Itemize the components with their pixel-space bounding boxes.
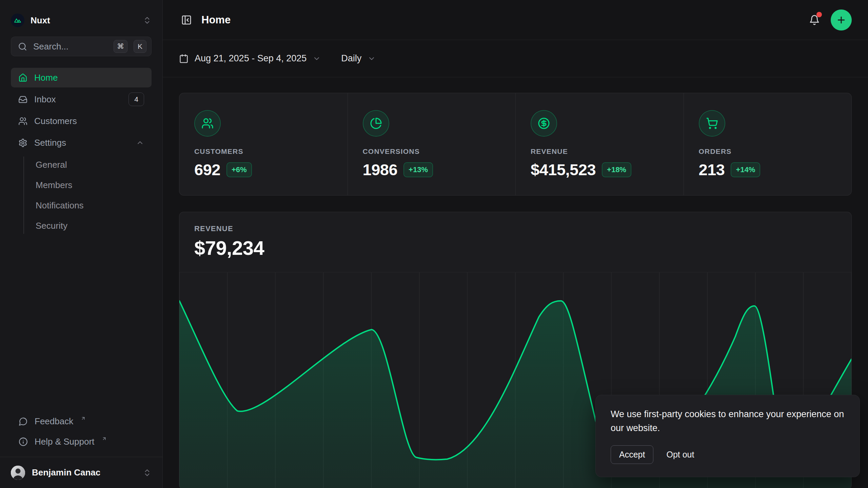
- panel-left-close-icon: [181, 15, 192, 25]
- sidebar: Nuxt Search... ⌘ K Home Inbox 4: [0, 0, 163, 488]
- chevrons-up-down-icon: [143, 16, 152, 25]
- cookie-message: We use first-party cookies to enhance yo…: [611, 407, 845, 435]
- arrow-up-right-icon: [81, 416, 86, 421]
- help-support-link[interactable]: Help & Support: [11, 432, 152, 451]
- calendar-icon: [179, 54, 189, 63]
- gear-icon: [18, 138, 27, 147]
- notifications-button[interactable]: [807, 13, 822, 27]
- workspace-selector[interactable]: Nuxt: [11, 14, 152, 27]
- notification-dot: [816, 12, 822, 17]
- nuxt-logo-icon: [11, 14, 24, 27]
- sidebar-subitem-members[interactable]: Members: [11, 175, 152, 195]
- inbox-count-badge: 4: [129, 93, 144, 106]
- search-icon: [18, 42, 27, 51]
- sidebar-footer-links: Feedback Help & Support: [0, 412, 162, 457]
- granularity-select[interactable]: Daily: [341, 53, 376, 64]
- kbd-cmd: ⌘: [114, 40, 127, 53]
- filters-toolbar: Aug 21, 2025 - Sep 4, 2025 Daily: [163, 40, 868, 77]
- sidebar-nav: Home Inbox 4 Customers Settings: [11, 68, 152, 236]
- sidebar-item-label: Settings: [34, 138, 66, 148]
- date-range-picker[interactable]: Aug 21, 2025 - Sep 4, 2025: [179, 53, 321, 64]
- sidebar-subitem-general[interactable]: General: [11, 155, 152, 175]
- feedback-label: Feedback: [35, 416, 73, 427]
- chevron-up-icon: [136, 139, 144, 147]
- sidebar-item-label: Inbox: [34, 94, 56, 105]
- sidebar-item-label: Home: [34, 73, 58, 83]
- user-name: Benjamin Canac: [32, 467, 136, 478]
- revenue-chart-value: $79,234: [194, 237, 836, 259]
- stat-delta-badge: +13%: [403, 162, 433, 177]
- users-icon: [18, 117, 27, 126]
- sidebar-item-home[interactable]: Home: [11, 68, 152, 87]
- page-title: Home: [201, 14, 231, 26]
- stat-orders[interactable]: ORDERS 213 +14%: [684, 93, 852, 195]
- shopping-cart-icon: [699, 110, 725, 137]
- date-range-value: Aug 21, 2025 - Sep 4, 2025: [195, 53, 307, 64]
- cookie-optout-button[interactable]: Opt out: [666, 450, 694, 460]
- stat-label: ORDERS: [699, 147, 837, 156]
- stat-delta-badge: +6%: [226, 162, 252, 177]
- feedback-link[interactable]: Feedback: [11, 412, 152, 430]
- sidebar-subitem-notifications[interactable]: Notifications: [11, 195, 152, 216]
- chevron-down-icon: [368, 55, 376, 63]
- user-avatar: [11, 466, 25, 480]
- stat-delta-badge: +14%: [731, 162, 760, 177]
- workspace-name: Nuxt: [31, 15, 137, 26]
- page-header: Home: [163, 0, 868, 40]
- chevrons-up-down-icon: [143, 468, 152, 477]
- search-placeholder: Search...: [33, 41, 107, 52]
- add-button[interactable]: [831, 9, 852, 30]
- users-icon: [194, 110, 221, 137]
- collapse-sidebar-button[interactable]: [179, 13, 194, 27]
- stats-cards: CUSTOMERS 692 +6% CONVERSIONS 1986 +13%: [179, 93, 852, 196]
- sidebar-item-customers[interactable]: Customers: [11, 111, 152, 131]
- inbox-icon: [18, 95, 27, 104]
- stat-value: 692: [194, 160, 220, 179]
- sidebar-item-inbox[interactable]: Inbox 4: [11, 89, 152, 109]
- plus-icon: [836, 15, 846, 25]
- home-icon: [18, 73, 27, 82]
- settings-subnav: General Members Notifications Security: [11, 155, 152, 236]
- granularity-value: Daily: [341, 53, 361, 64]
- help-support-label: Help & Support: [35, 436, 94, 447]
- arrow-up-right-icon: [102, 436, 107, 441]
- stat-value: 1986: [363, 160, 398, 179]
- pie-chart-icon: [363, 110, 389, 137]
- sidebar-item-settings[interactable]: Settings: [11, 133, 152, 152]
- kbd-k: K: [134, 40, 146, 53]
- stat-value: 213: [699, 160, 725, 179]
- cookie-accept-button[interactable]: Accept: [611, 445, 653, 464]
- user-menu[interactable]: Benjamin Canac: [0, 457, 162, 488]
- revenue-chart-label: REVENUE: [194, 224, 836, 233]
- info-circle-icon: [19, 437, 28, 446]
- message-circle-icon: [19, 417, 28, 426]
- stat-revenue[interactable]: REVENUE $415,523 +18%: [515, 93, 684, 195]
- stat-customers[interactable]: CUSTOMERS 692 +6%: [179, 93, 348, 195]
- stat-label: CONVERSIONS: [363, 147, 501, 156]
- stat-conversions[interactable]: CONVERSIONS 1986 +13%: [348, 93, 516, 195]
- cookie-banner: We use first-party cookies to enhance yo…: [595, 395, 860, 477]
- sidebar-subitem-security[interactable]: Security: [11, 216, 152, 236]
- sidebar-item-label: Customers: [34, 116, 77, 126]
- stat-value: $415,523: [531, 160, 596, 179]
- stat-label: REVENUE: [531, 147, 669, 156]
- stat-label: CUSTOMERS: [194, 147, 333, 156]
- search-input[interactable]: Search... ⌘ K: [11, 37, 152, 56]
- circle-dollar-icon: [531, 110, 557, 137]
- stat-delta-badge: +18%: [602, 162, 631, 177]
- chevron-down-icon: [313, 55, 321, 63]
